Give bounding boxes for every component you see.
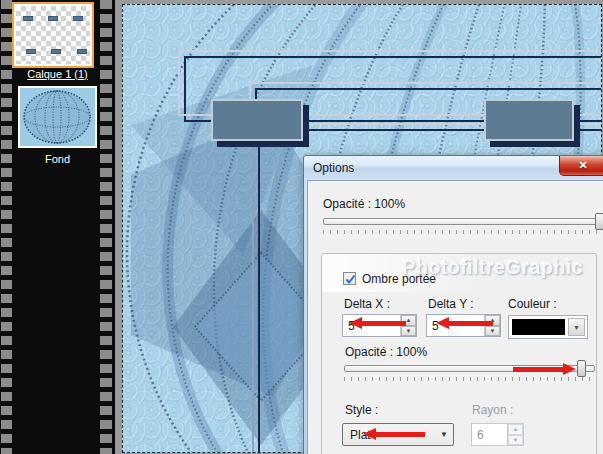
flow-connector	[252, 141, 254, 452]
dialog-body: Opacité : 100% PhotofiltreGraphic Ombre …	[307, 180, 603, 454]
delta-y-spin-buttons: ▲ ▼	[484, 315, 500, 336]
drop-shadow-checkbox-label: Ombre portée	[362, 272, 436, 286]
color-swatch-black	[511, 318, 566, 336]
shadow-opacity-label: Opacité : 100%	[345, 345, 427, 359]
layer-opacity-ticks	[323, 230, 603, 234]
layer-content-rect	[73, 16, 83, 21]
delta-x-label: Delta X :	[344, 297, 390, 311]
chevron-down-icon: ▼	[435, 430, 453, 439]
radius-spinner: ▲ ▼	[471, 423, 524, 446]
delta-x-input[interactable]	[343, 315, 400, 336]
flow-node-left	[211, 99, 303, 141]
delta-y-spinner: ▲ ▼	[426, 314, 501, 337]
delta-y-label: Delta Y :	[428, 297, 474, 311]
color-label: Couleur :	[508, 297, 557, 311]
style-dropdown[interactable]: Plat ▼	[342, 423, 454, 446]
chevron-down-icon: ▼	[573, 324, 580, 331]
spin-up-icon[interactable]: ▲	[485, 315, 500, 326]
layer-content-rect	[77, 49, 87, 54]
layer-opacity-slider[interactable]	[323, 218, 603, 225]
shadow-opacity-ticks	[344, 377, 595, 381]
drop-shadow-checkbox[interactable]	[343, 272, 356, 285]
layers-filmstrip: Calque 1 (1) Fond	[0, 0, 115, 454]
spin-down-icon[interactable]: ▼	[485, 326, 500, 337]
flow-connector-shadow	[258, 147, 260, 452]
shadow-opacity-slider[interactable]	[344, 365, 595, 372]
layer-content-rect	[48, 16, 58, 21]
layer-content-rect	[23, 16, 33, 21]
layer-thumbnail-calque1[interactable]	[12, 2, 94, 68]
layer-opacity-label: Opacité : 100%	[323, 197, 405, 211]
delta-y-input[interactable]	[427, 315, 484, 336]
spin-down-icon[interactable]: ▼	[401, 326, 416, 337]
delta-x-spin-buttons: ▲ ▼	[400, 315, 416, 336]
layer-label-fond[interactable]: Fond	[0, 153, 115, 165]
spin-up-icon[interactable]: ▲	[401, 315, 416, 326]
fond-globe-preview	[20, 88, 95, 146]
layer-thumbnail-fond[interactable]	[18, 86, 97, 148]
style-value: Plat	[343, 428, 435, 442]
color-picker[interactable]: ▼	[508, 315, 588, 339]
spin-up-icon: ▲	[508, 424, 523, 435]
shadow-opacity-slider-thumb[interactable]	[577, 360, 586, 377]
spin-down-icon: ▼	[508, 435, 523, 446]
radius-input	[472, 424, 507, 445]
shadow-groupbox: PhotofiltreGraphic Ombre portée Delta X …	[321, 253, 597, 454]
close-icon: ✕	[578, 159, 587, 172]
delta-x-spinner: ▲ ▼	[342, 314, 417, 337]
radius-spin-buttons: ▲ ▼	[507, 424, 523, 445]
photofiltre-window: Calque 1 (1) Fond	[0, 0, 603, 454]
dialog-title: Options	[313, 161, 354, 175]
checkmark-icon	[344, 273, 357, 286]
layer-label-calque1[interactable]: Calque 1 (1)	[0, 68, 115, 80]
layer-content-rect	[51, 49, 61, 54]
layer-opacity-slider-thumb[interactable]	[595, 213, 603, 230]
radius-label: Rayon :	[472, 403, 513, 417]
color-dropdown-button[interactable]: ▼	[568, 318, 585, 336]
close-button[interactable]: ✕	[559, 156, 603, 176]
options-dialog: Options ✕ Opacité : 100% PhotofiltreGrap…	[303, 155, 603, 454]
style-label: Style :	[345, 403, 378, 417]
layer-content-rect	[26, 49, 36, 54]
flow-node-right	[484, 99, 574, 141]
